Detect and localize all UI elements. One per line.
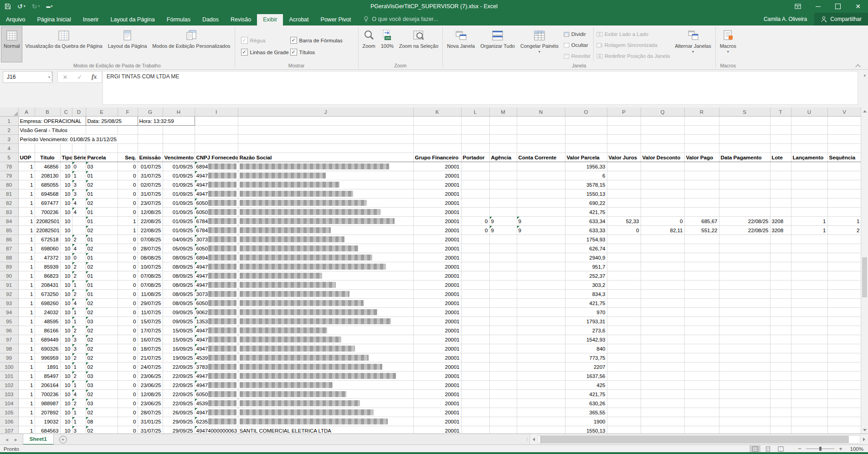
- cell-lote-86[interactable]: [770, 235, 791, 244]
- cell-valor_parcela-105[interactable]: 365,55: [565, 408, 607, 417]
- cell-lancamento-83[interactable]: [791, 208, 827, 217]
- cell-tipo-98[interactable]: 10: [60, 344, 72, 353]
- cell-grupo-84[interactable]: 20001: [413, 217, 461, 226]
- cell-conta-80[interactable]: [517, 180, 565, 189]
- cell-grupo-98[interactable]: 20001: [413, 344, 461, 353]
- cell-vencimento-94[interactable]: 09/09/25: [163, 308, 195, 317]
- cell[interactable]: [517, 117, 565, 126]
- cell-conta-79[interactable]: [517, 171, 565, 180]
- cell[interactable]: [770, 144, 791, 153]
- cell-conta-90[interactable]: [517, 271, 565, 281]
- cell-razao_social-100[interactable]: [238, 362, 413, 372]
- cell[interactable]: [195, 126, 238, 135]
- cell-grupo-90[interactable]: 20001: [413, 271, 461, 281]
- cell-valor_juros-106[interactable]: [607, 417, 641, 426]
- cell-razao_social-99[interactable]: [238, 353, 413, 362]
- row-header-83[interactable]: 83: [0, 208, 18, 217]
- column-title-16[interactable]: Valor Desconto: [641, 153, 684, 162]
- cell-lancamento-79[interactable]: [791, 171, 827, 180]
- cell-data_pagamento-100[interactable]: [719, 362, 770, 372]
- cell-vencimento-92[interactable]: 08/09/25: [163, 290, 195, 299]
- cell[interactable]: [461, 126, 489, 135]
- cell-emissao-98[interactable]: 18/07/25: [138, 344, 163, 353]
- cell-grupo-105[interactable]: 20001: [413, 408, 461, 417]
- cell-sequencia-89[interactable]: [827, 262, 861, 271]
- cell-lote-78[interactable]: [770, 162, 791, 171]
- cell-grupo-99[interactable]: 20001: [413, 353, 461, 362]
- cell-data_pagamento-102[interactable]: [719, 381, 770, 390]
- cell-portador-88[interactable]: [461, 253, 489, 262]
- column-header-U[interactable]: U: [791, 107, 827, 117]
- cell-data_pagamento-101[interactable]: [719, 372, 770, 381]
- cell-valor_desconto-86[interactable]: [641, 235, 684, 244]
- cell-serie-101[interactable]: 2: [72, 372, 86, 381]
- cell-grupo-87[interactable]: 20001: [413, 244, 461, 253]
- cell-emissao-80[interactable]: 02/07/25: [138, 180, 163, 189]
- cell-portador-86[interactable]: [461, 235, 489, 244]
- cell-valor_juros-102[interactable]: [607, 381, 641, 390]
- column-title-5[interactable]: Seq.: [118, 153, 138, 162]
- cell-uop-105[interactable]: 1: [18, 408, 35, 417]
- column-title-1[interactable]: Título: [35, 153, 60, 162]
- cell[interactable]: [565, 135, 607, 144]
- cell[interactable]: [791, 117, 827, 126]
- cell-data_pagamento-83[interactable]: [719, 208, 770, 217]
- cell-lote-84[interactable]: 3208: [770, 217, 791, 226]
- cell-grupo-95[interactable]: 20001: [413, 317, 461, 326]
- cell-conta-99[interactable]: [517, 353, 565, 362]
- row-header-106[interactable]: 106: [0, 417, 18, 426]
- zoom-100-button[interactable]: 100 100%: [378, 26, 396, 62]
- cell-lancamento-94[interactable]: [791, 308, 827, 317]
- cell-valor_juros-91[interactable]: [607, 281, 641, 290]
- cell-emissao-103[interactable]: 12/08/25: [138, 390, 163, 399]
- cell-cnpj_visible-105[interactable]: 4947: [195, 408, 238, 417]
- cell-cnpj_visible-97[interactable]: 4947: [195, 335, 238, 344]
- cell-sequencia-104[interactable]: [827, 399, 861, 408]
- cell-grupo-82[interactable]: 20001: [413, 199, 461, 208]
- cell-razao_social-87[interactable]: [238, 244, 413, 253]
- gridlines-checkbox[interactable]: ✓Linhas de Grade: [241, 46, 290, 58]
- cell-tipo-80[interactable]: 10: [60, 180, 72, 189]
- cell[interactable]: [138, 144, 163, 153]
- cell-vencimento-78[interactable]: 01/09/25: [163, 162, 195, 171]
- cell-tipo-94[interactable]: 10: [60, 308, 72, 317]
- cell-conta-88[interactable]: [517, 253, 565, 262]
- cell[interactable]: [238, 144, 413, 153]
- cell-portador-83[interactable]: [461, 208, 489, 217]
- cell-valor_desconto-84[interactable]: 0: [641, 217, 684, 226]
- cell[interactable]: [238, 126, 413, 135]
- cell-tipo-101[interactable]: 10: [60, 372, 72, 381]
- cell-vencimento-93[interactable]: 08/09/25: [163, 299, 195, 308]
- row-header-81[interactable]: 81: [0, 189, 18, 199]
- vertical-scrollbar[interactable]: [861, 107, 868, 434]
- cell[interactable]: [641, 135, 684, 144]
- cell-emissao-79[interactable]: 31/07/25: [138, 171, 163, 180]
- cell-conta-105[interactable]: [517, 408, 565, 417]
- cell-emissao-91[interactable]: 07/08/25: [138, 281, 163, 290]
- column-title-13[interactable]: Conta Corrente: [517, 153, 565, 162]
- column-title-19[interactable]: Lote: [770, 153, 791, 162]
- cell[interactable]: [413, 144, 461, 153]
- row-header-107[interactable]: 107: [0, 426, 18, 434]
- cell-serie-84[interactable]: [72, 217, 86, 226]
- cell-valor_desconto-93[interactable]: [641, 299, 684, 308]
- cell-uop-83[interactable]: 1: [18, 208, 35, 217]
- cell-lote-85[interactable]: 3208: [770, 226, 791, 235]
- cell-tipo-95[interactable]: 10: [60, 317, 72, 326]
- cell-vencimento-97[interactable]: 15/09/25: [163, 335, 195, 344]
- column-title-6[interactable]: Emissão: [138, 153, 163, 162]
- cell-serie-87[interactable]: 4: [72, 244, 86, 253]
- cell[interactable]: [684, 117, 719, 126]
- cell-sequencia-86[interactable]: [827, 235, 861, 244]
- cell-parcela-84[interactable]: 01: [86, 217, 118, 226]
- cell-serie-89[interactable]: 2: [72, 262, 86, 271]
- cell-vencimento-98[interactable]: 16/09/25: [163, 344, 195, 353]
- cell-lote-106[interactable]: [770, 417, 791, 426]
- cell-data_pagamento-93[interactable]: [719, 299, 770, 308]
- cell-emissao-88[interactable]: 08/08/25: [138, 253, 163, 262]
- cell-valor_pago-106[interactable]: [684, 417, 719, 426]
- cell-emissao-87[interactable]: 28/07/25: [138, 244, 163, 253]
- cell-valor_juros-104[interactable]: [607, 399, 641, 408]
- cell-valor_juros-96[interactable]: [607, 326, 641, 335]
- cell-lote-107[interactable]: [770, 426, 791, 434]
